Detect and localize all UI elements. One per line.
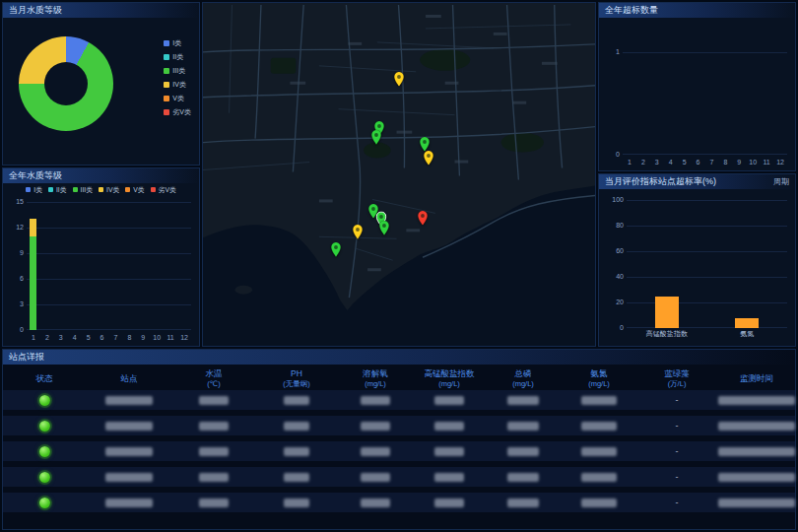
redacted-value xyxy=(284,473,309,482)
redacted-value xyxy=(284,396,309,405)
table-cell xyxy=(716,493,797,512)
x-tick-label: 2 xyxy=(636,159,650,166)
legend-item[interactable]: V类 xyxy=(125,185,144,195)
table-cell xyxy=(86,441,172,461)
map[interactable] xyxy=(202,2,596,347)
redacted-value xyxy=(434,396,464,405)
legend-item[interactable]: III类 xyxy=(164,66,191,76)
table-cell xyxy=(172,493,255,512)
legend-item[interactable]: 劣V类 xyxy=(151,185,176,195)
right-column: 全年超标数量 01123456789101112 当月评价指标站点超标率(%) … xyxy=(598,2,796,347)
table-cell xyxy=(338,416,413,435)
legend-label: IV类 xyxy=(172,80,186,90)
map-pin[interactable] xyxy=(370,130,381,146)
grid-line xyxy=(27,228,191,229)
y-tick-label: 80 xyxy=(608,222,624,229)
bar-segment xyxy=(30,236,36,330)
legend-item[interactable]: I类 xyxy=(164,38,191,48)
y-tick-label: 3 xyxy=(8,300,24,307)
table-row[interactable]: - xyxy=(3,441,795,461)
x-tick-label: 12 xyxy=(177,334,191,341)
map-pin[interactable] xyxy=(378,221,389,236)
y-tick-label: 40 xyxy=(608,273,624,280)
redacted-value xyxy=(361,499,390,507)
algae-value: - xyxy=(676,498,679,507)
stacked-bar-chart: 03691215123456789101112 xyxy=(27,202,191,330)
map-pin[interactable] xyxy=(393,71,404,87)
grid-line xyxy=(27,304,191,305)
grid-line xyxy=(623,154,787,155)
table-cell xyxy=(255,416,338,435)
table-cell xyxy=(86,493,172,512)
table-cell xyxy=(561,416,637,435)
column-label: 溶解氧 xyxy=(363,368,388,378)
legend-swatch xyxy=(164,82,169,88)
panel-month-water-quality: 当月水质等级 I类II类III类IV类V类劣V类 xyxy=(2,2,200,166)
period-label[interactable]: 周期 xyxy=(773,176,789,187)
column-label: 站点 xyxy=(121,373,138,383)
map-pin[interactable] xyxy=(330,242,341,258)
legend-swatch xyxy=(164,96,169,101)
legend-label: 劣V类 xyxy=(159,185,176,195)
map-pin-icon xyxy=(393,71,404,87)
column-header: 氨氮(mg/L) xyxy=(561,368,637,387)
legend-item[interactable]: 劣V类 xyxy=(164,107,191,117)
panel-title: 全年水质等级 xyxy=(9,169,62,182)
redacted-value xyxy=(105,447,153,456)
x-tick-label: 2 xyxy=(40,334,54,341)
redacted-value xyxy=(361,473,390,482)
table-cell xyxy=(3,390,86,410)
legend-label: III类 xyxy=(172,66,185,76)
redacted-value xyxy=(199,473,229,482)
map-island xyxy=(234,286,252,295)
algae-value: - xyxy=(676,395,679,405)
legend-item[interactable]: IV类 xyxy=(99,185,119,195)
x-tick-label: 3 xyxy=(54,334,68,341)
legend-item[interactable]: III类 xyxy=(73,185,93,195)
redacted-value xyxy=(105,473,153,482)
table-row[interactable]: - xyxy=(3,467,795,487)
legend-item[interactable]: II类 xyxy=(164,52,191,62)
redacted-value xyxy=(361,447,390,456)
map-pin[interactable] xyxy=(417,210,428,226)
panel-title: 站点详报 xyxy=(9,351,44,364)
table-row[interactable]: - xyxy=(3,493,795,512)
legend-item[interactable]: IV类 xyxy=(164,80,191,90)
legend-label: 劣V类 xyxy=(172,107,191,117)
algae-value: - xyxy=(676,446,679,456)
table-header-row: 状态站点水温(℃)PH(无量纲)溶解氧(mg/L)高锰酸盐指数(mg/L)总磷(… xyxy=(3,366,795,390)
redacted-value xyxy=(434,422,464,431)
map-pin[interactable] xyxy=(423,150,433,166)
table-cell xyxy=(255,467,338,487)
table-cell xyxy=(3,467,86,487)
table-row[interactable]: - xyxy=(3,416,795,435)
table-row[interactable]: - xyxy=(3,390,795,410)
table-cell xyxy=(3,441,86,461)
redacted-value xyxy=(361,396,390,405)
grid-line xyxy=(623,52,787,53)
table-cell xyxy=(486,493,561,512)
legend-item[interactable]: V类 xyxy=(164,94,191,103)
bar xyxy=(735,318,759,328)
panel-header: 全年超标数量 xyxy=(599,3,795,18)
x-tick-label: 7 xyxy=(705,159,719,166)
y-tick-label: 100 xyxy=(608,196,624,203)
panel-year-water-quality: 全年水质等级 I类II类III类IV类V类劣V类 036912151234567… xyxy=(2,167,200,347)
grid-line xyxy=(627,200,787,201)
grid-line xyxy=(627,251,787,252)
y-tick-label: 9 xyxy=(8,249,24,256)
panel-header: 当月水质等级 xyxy=(3,3,199,18)
x-tick-label: 11 xyxy=(164,334,177,341)
legend-label: V类 xyxy=(133,185,144,195)
legend-label: II类 xyxy=(172,52,183,62)
table-cell xyxy=(86,390,172,410)
legend-swatch xyxy=(164,109,169,115)
redacted-value xyxy=(581,447,617,456)
status-dot xyxy=(39,472,50,483)
column-label: PH xyxy=(291,368,302,378)
legend-item[interactable]: II类 xyxy=(48,185,67,195)
map-pin[interactable] xyxy=(353,225,364,240)
column-header: 总磷(mg/L) xyxy=(486,368,561,387)
legend-item[interactable]: I类 xyxy=(26,185,42,195)
grid-line xyxy=(27,253,191,254)
